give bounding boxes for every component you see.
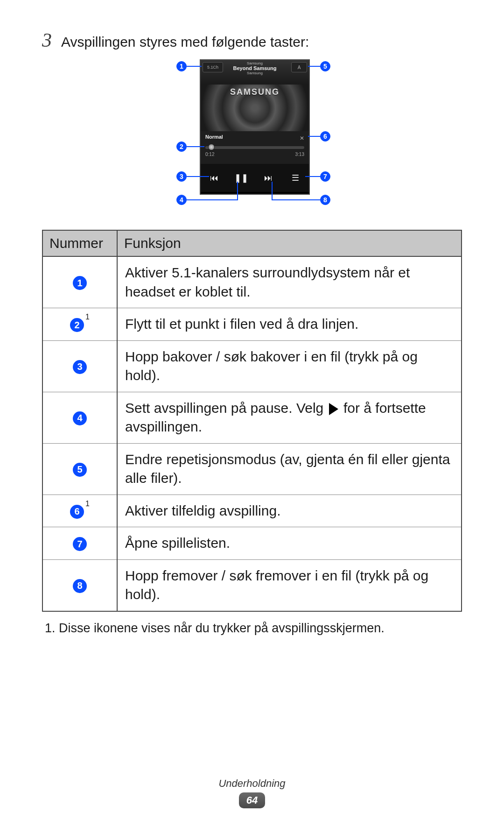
table-row: 7 Åpne spillelisten. [42, 527, 462, 560]
footer-page-number: 64 [239, 792, 265, 808]
callout-5-badge: 5 [320, 61, 330, 71]
row-sup: 1 [85, 312, 90, 322]
row-func: Endre repetisjonsmodus (av, gjenta én fi… [117, 443, 462, 495]
progress-area: Normal ✕ 0:12 3:13 [201, 131, 309, 164]
row-badge: 1 [73, 276, 87, 290]
row-func: Hopp fremover / søk fremover i en fil (t… [117, 559, 462, 611]
surround-button: 5.1Ch [203, 62, 223, 72]
elapsed-time: 0:12 [205, 152, 214, 157]
callout-6-badge: 6 [320, 131, 330, 141]
progress-knob [208, 144, 215, 150]
row-badge: 3 [73, 360, 87, 374]
playlist-icon: ☰ [288, 173, 302, 183]
step-line: 3 Avspillingen styres med følgende taste… [42, 30, 462, 50]
callout-4-badge: 4 [176, 195, 187, 205]
player-titlebar: 5.1Ch A Samsung Beyond Samsung Samsung [201, 60, 309, 85]
callout-2-badge: 2 [176, 141, 187, 152]
step-text: Avspillingen styres med følgende taster: [61, 34, 309, 50]
row-badge: 8 [73, 579, 87, 593]
table-row: 61 Aktiver tilfeldig avspilling. [42, 495, 462, 527]
prev-icon: ⏮ [207, 173, 221, 183]
row-func: Hopp bakover / søk bakover i en fil (try… [117, 340, 462, 392]
eq-label: Normal [205, 134, 223, 140]
table-row: 4 Sett avspillingen på pause. Velg for å… [42, 392, 462, 443]
repeat-button: A [291, 62, 307, 72]
shuffle-icon: ✕ [300, 135, 304, 141]
page-footer: Underholdning 64 [0, 778, 504, 808]
row-badge: 7 [73, 537, 87, 551]
table-row: 21 Flytt til et punkt i filen ved å dra … [42, 308, 462, 341]
samsung-logo: SAMSUNG [230, 87, 280, 97]
table-row: 1 Aktiver 5.1-kanalers surroundlydsystem… [42, 256, 462, 308]
table-row: 5 Endre repetisjonsmodus (av, gjenta én … [42, 443, 462, 495]
row-badge: 5 [73, 463, 87, 477]
row-func: Aktiver 5.1-kanalers surroundlydsystem n… [117, 256, 462, 308]
player-diagram: 5.1Ch A Samsung Beyond Samsung Samsung S… [173, 59, 331, 218]
row-func: Åpne spillelisten. [117, 527, 462, 560]
callout-7-badge: 7 [320, 171, 330, 182]
col-number-header: Nummer [42, 230, 117, 256]
total-time: 3:13 [295, 152, 304, 157]
next-icon: ⏭ [261, 173, 275, 183]
row-func: Sett avspillingen på pause. Velg for å f… [117, 392, 462, 443]
col-function-header: Funksjon [117, 230, 462, 256]
table-row: 8 Hopp fremover / søk fremover i en fil … [42, 559, 462, 611]
play-icon [329, 403, 338, 415]
album-art: SAMSUNG [201, 85, 309, 131]
row-badge: 6 [70, 505, 84, 519]
controls-bar: ⏮ ❚❚ ⏭ ☰ [201, 164, 309, 192]
callout-8-badge: 8 [320, 195, 330, 205]
step-number: 3 [42, 30, 52, 50]
table-row: 3 Hopp bakover / søk bakover i en fil (t… [42, 340, 462, 392]
row-func: Aktiver tilfeldig avspilling. [117, 495, 462, 527]
function-table: Nummer Funksjon 1 Aktiver 5.1-kanalers s… [42, 230, 462, 612]
footer-category: Underholdning [0, 778, 504, 790]
row-func: Flytt til et punkt i filen ved å dra lin… [117, 308, 462, 341]
row-func-pre: Sett avspillingen på pause. Velg [125, 400, 328, 416]
progress-track [205, 146, 304, 149]
row-badge: 2 [70, 318, 84, 332]
callout-3-badge: 3 [176, 171, 187, 182]
pause-icon: ❚❚ [234, 173, 248, 183]
footnote: 1. Disse ikonene vises når du trykker på… [42, 621, 462, 636]
row-badge: 4 [73, 411, 87, 425]
row-sup: 1 [85, 499, 90, 509]
player-screenshot: 5.1Ch A Samsung Beyond Samsung Samsung S… [200, 59, 310, 195]
callout-1-badge: 1 [176, 61, 187, 71]
